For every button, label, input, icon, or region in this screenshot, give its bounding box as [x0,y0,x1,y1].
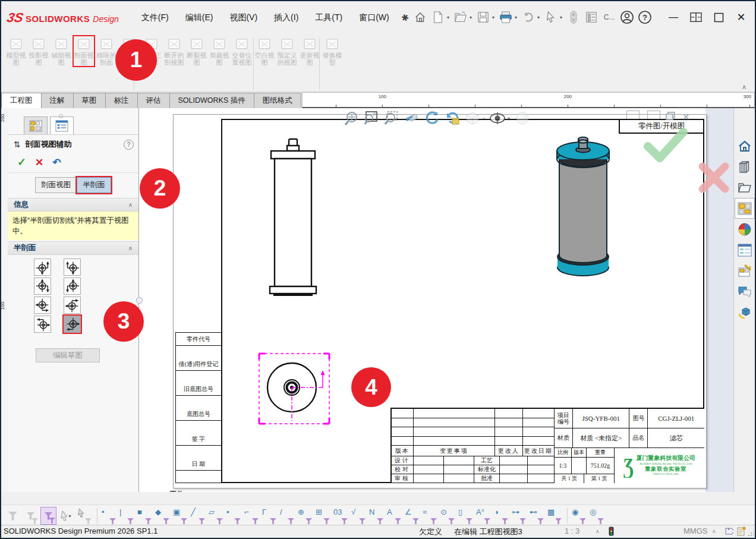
select-dropdown-icon[interactable]: ▾ [560,15,562,20]
filter-sketch-points[interactable]: ▪ [225,507,241,525]
collapse-label[interactable]: C... [601,9,617,26]
clear-all-filters-icon[interactable] [23,507,39,525]
tab-drawing[interactable]: 工程图 [1,93,42,108]
half-section-mode-button[interactable]: 半剖面 [77,177,111,193]
sheet-scale-text[interactable]: 1 : 3 [565,527,579,535]
filter-connection-points[interactable]: ⊶ [511,507,527,525]
forum-icon[interactable] [735,281,755,302]
new-dropdown-icon[interactable]: ▾ [447,15,449,20]
half-section-top-side-left[interactable] [64,297,81,314]
menu-item[interactable]: 插入(I) [274,12,298,23]
resources-home-icon[interactable] [735,135,755,156]
filter-edges[interactable]: | [118,507,134,525]
filter-surface-finish-symbols[interactable]: √ [350,507,366,525]
menu-item[interactable]: 工具(T) [315,12,342,23]
filter-center-marks[interactable]: ⊕ [297,507,313,525]
filter-geometric-tolerances[interactable]: N [368,507,384,525]
display-style-icon[interactable] [464,109,481,127]
removed-section-button[interactable]: 移除的剖面 [96,36,116,66]
filter-solid-bodies[interactable]: ▣ [172,507,188,525]
select-cursor-tool-icon[interactable]: ▾ [58,507,74,525]
filter-notes[interactable]: A [386,507,402,525]
tag-icon[interactable] [724,527,733,536]
minimize-button[interactable]: — [663,9,683,26]
panel-help-icon[interactable]: ? [124,140,134,150]
filter-midpoints[interactable]: / [279,507,295,525]
appearances-scenes-icon[interactable] [735,219,755,239]
3d-content-central-icon[interactable] [735,302,755,323]
drawing-view-isometric[interactable] [554,134,612,278]
filter-sketches[interactable]: ⌐ [243,507,259,525]
empty-view-button[interactable]: 空白视图 [254,36,275,66]
undo-icon[interactable] [521,9,536,26]
tab-evaluate[interactable]: 评估 [137,93,170,108]
units-dropdown-icon[interactable]: ∧ [712,528,716,534]
filter-weld-symbols[interactable]: ∠ [404,507,420,525]
update-view-button[interactable]: 更新视图 [300,36,320,66]
edit-sketch-button[interactable]: 编辑草图 [36,348,100,363]
previous-view-icon[interactable] [403,109,421,127]
filter-datums[interactable]: A° [475,507,491,525]
toggle-display-icon[interactable] [566,9,581,26]
commandmanager-collapse-icon[interactable]: ∧ [742,83,746,91]
filter-centerlines[interactable]: ⊞ [314,507,330,525]
file-explorer-icon[interactable] [735,177,755,198]
filter-vertices[interactable]: • [100,507,116,525]
filter-sketch-segments[interactable]: Γ [261,507,277,525]
view-palette-icon[interactable] [735,198,755,219]
tab-addins[interactable]: SOLIDWORKS 插件 [169,93,254,108]
half-section-top-side-right[interactable] [34,297,51,314]
selection-filters-icon[interactable] [40,507,56,525]
tab-dimension[interactable]: 标注 [105,93,138,108]
tab-annotation[interactable]: 注解 [41,93,74,108]
open-icon[interactable] [453,9,468,26]
select-with-filter-icon[interactable] [76,507,92,525]
open-dropdown-icon[interactable]: ▾ [470,15,472,20]
filter-dimensions[interactable]: 03 [332,507,348,525]
panel-splitter-handle[interactable] [136,297,143,304]
print-icon[interactable] [498,9,514,26]
crop-view-button[interactable]: 剪裁视图 [209,36,229,66]
drawing-view-top-selected[interactable] [256,351,333,428]
zoom-to-fit-icon[interactable] [342,109,360,127]
half-section-right-side-down[interactable] [34,278,51,295]
undo-button[interactable]: ↶ [52,156,61,169]
select-cursor-icon[interactable] [543,9,559,26]
home-icon[interactable] [412,9,428,26]
graphics-area[interactable]: 零件图/开模图 零件代号 借(通)用件登记 旧底图总号 [139,108,736,492]
print-dropdown-icon[interactable]: ▾ [515,15,517,20]
filter-dowel-symbols[interactable]: ◉ [571,507,587,525]
property-tab-builder-icon[interactable] [735,260,755,281]
replace-model-button[interactable]: 替换模型 [322,36,342,66]
panel-resize-dot[interactable] [59,114,63,118]
zoom-to-area-icon[interactable] [363,109,380,127]
3d-drawing-view-icon[interactable] [443,109,461,127]
pin-menu-icon[interactable]: ✱ [398,11,411,24]
broken-out-section-button[interactable]: 断开的剖视图 [164,36,184,66]
tab-sketch[interactable]: 草图 [73,93,106,108]
options-list-icon[interactable] [584,9,599,26]
menu-item[interactable]: 文件(F) [141,12,169,23]
notes-icon[interactable] [737,527,746,536]
display-style-dropdown-icon[interactable]: ▾ [483,116,485,121]
filter-balloons[interactable]: ⊙ [439,507,455,525]
resize-grip[interactable] [748,531,754,537]
projected-view-button[interactable]: 投影视图 [29,36,49,66]
drawing-sheet[interactable]: 零件图/开模图 零件代号 借(通)用件登记 旧底图总号 [173,114,707,488]
half-section-section-header[interactable]: 半剖面 ∧ [8,241,138,255]
filter-planes[interactable]: ▱ [207,507,223,525]
help-icon[interactable]: ? [637,9,653,26]
filter-hatches[interactable]: ◑ [493,507,509,525]
document-close-icon[interactable]: ✕ [682,112,690,122]
info-section-header[interactable]: 信息 ∧ [8,198,138,212]
menu-item[interactable]: 窗口(W) [359,12,389,23]
close-button[interactable]: ✕ [731,9,751,26]
save-icon[interactable] [475,9,491,26]
alternate-position-view-button[interactable]: 交替位置视图 [232,36,252,66]
section-view-mode-button[interactable]: 剖面视图 [35,177,77,193]
property-manager-tab[interactable] [50,116,74,134]
feature-manager-tab[interactable] [24,116,48,134]
menu-item[interactable]: 视图(V) [229,12,257,23]
half-section-left-side-up[interactable] [64,259,81,276]
section-view-button[interactable]: 剖面视图 [74,36,94,66]
